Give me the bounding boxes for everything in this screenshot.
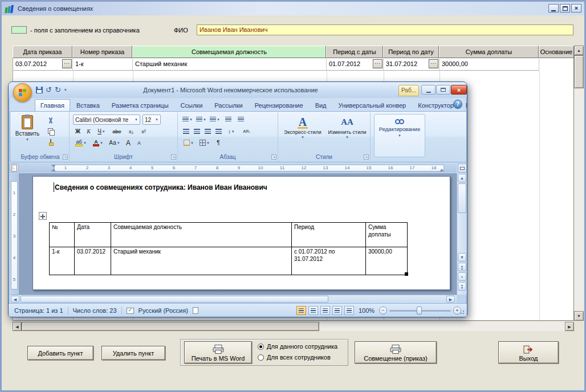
- document-table[interactable]: №ДатаСовмещаемая должностьПериодСумма до…: [49, 222, 408, 275]
- quick-styles-button[interactable]: А Экспресс-стили ▼: [282, 115, 324, 151]
- document-table-header-cell[interactable]: Сумма доплаты: [366, 223, 407, 247]
- ribbon-tab[interactable]: Ссылки: [175, 99, 209, 111]
- document-heading[interactable]: Сведения о совмещениях сотрудника: Ивано…: [55, 183, 267, 191]
- hanging-indent-marker[interactable]: [51, 169, 56, 172]
- cell-amount[interactable]: 30000,00: [440, 58, 539, 71]
- highlight-color-button[interactable]: аб ▼: [73, 138, 89, 148]
- dialog-launcher-icon[interactable]: ↘: [271, 154, 276, 160]
- radio-current-employee[interactable]: Для данного сотрудника: [258, 343, 337, 350]
- increase-indent-button[interactable]: [235, 115, 246, 124]
- word-count[interactable]: Число слов: 23: [73, 307, 117, 314]
- grow-font-button[interactable]: А: [123, 138, 133, 148]
- vertical-scroll-thumb[interactable]: [458, 183, 466, 213]
- order-print-button[interactable]: Совмещение (приказ): [355, 341, 437, 364]
- ribbon-tab[interactable]: Вставка: [71, 99, 105, 111]
- word-close-button[interactable]: ×: [451, 85, 467, 95]
- maximize-button[interactable]: [560, 4, 570, 13]
- table-move-handle[interactable]: [39, 212, 47, 220]
- multilevel-list-button[interactable]: ▼: [209, 115, 221, 124]
- ribbon-tab[interactable]: Вид: [310, 99, 332, 111]
- print-layout-view-button[interactable]: [296, 306, 306, 315]
- print-word-button[interactable]: Печать в MS Word: [184, 341, 252, 364]
- vertical-scroll-thumb[interactable]: [574, 55, 584, 88]
- help-button[interactable]: ?: [453, 100, 462, 109]
- format-painter-button[interactable]: [46, 137, 56, 147]
- align-center-button[interactable]: [192, 126, 202, 136]
- first-line-indent-marker[interactable]: [51, 165, 56, 168]
- cell-period-from[interactable]: 01.07.2012 ...: [327, 58, 384, 71]
- close-button[interactable]: ×: [571, 4, 581, 13]
- document-table-cell[interactable]: Старший механик: [111, 247, 292, 275]
- borders-button[interactable]: ▼: [197, 138, 212, 148]
- document-table-header-cell[interactable]: Дата: [75, 223, 111, 247]
- zoom-level[interactable]: 100%: [356, 307, 377, 314]
- delete-item-button[interactable]: Удалить пункт: [101, 346, 165, 360]
- copy-button[interactable]: [46, 126, 56, 136]
- scroll-down-button[interactable]: ▼: [574, 311, 584, 321]
- font-size-combo[interactable]: 12 ▼: [143, 115, 161, 125]
- bold-button[interactable]: Ж: [73, 126, 83, 136]
- outline-view-button[interactable]: [332, 306, 342, 315]
- redo-icon[interactable]: ↻: [55, 86, 61, 93]
- select-browse-object-button[interactable]: •: [458, 272, 466, 281]
- subscript-button[interactable]: х₂: [125, 126, 137, 136]
- cell-order-number[interactable]: 1-к: [73, 58, 133, 71]
- italic-button[interactable]: К: [84, 126, 93, 136]
- spellcheck-icon[interactable]: [127, 308, 134, 314]
- font-color-button[interactable]: А ▼: [90, 138, 106, 148]
- qat-customize-icon[interactable]: ▼: [64, 88, 67, 92]
- radio-all-employees[interactable]: Для всех сотрудников: [258, 354, 331, 361]
- document-table-header-cell[interactable]: №: [50, 223, 75, 247]
- cell-position[interactable]: Старший механик: [133, 58, 327, 71]
- add-item-button[interactable]: Добавить пункт: [27, 346, 93, 360]
- right-indent-marker[interactable]: [440, 169, 444, 172]
- document-table-cell[interactable]: с 01.07.2012 по 31.07.2012: [292, 247, 366, 275]
- font-name-combo[interactable]: Calibri (Основной те ▼: [73, 115, 140, 125]
- zoom-out-button[interactable]: −: [379, 307, 387, 315]
- page-indicator[interactable]: Страница: 1 из 1: [14, 307, 63, 314]
- align-right-button[interactable]: [203, 126, 213, 136]
- scroll-down-button[interactable]: ▼: [458, 253, 466, 262]
- horizontal-scroll-thumb[interactable]: [21, 296, 328, 303]
- scroll-up-button[interactable]: ▲: [574, 46, 584, 55]
- zoom-slider-thumb[interactable]: [417, 307, 422, 315]
- change-case-button[interactable]: Аа ▼: [107, 138, 122, 148]
- web-layout-view-button[interactable]: [320, 306, 330, 315]
- office-button[interactable]: [13, 83, 32, 102]
- window-resize-grip[interactable]: [458, 308, 465, 315]
- next-page-button[interactable]: ▼▼: [458, 282, 466, 291]
- strikethrough-button[interactable]: abe: [109, 126, 124, 136]
- ribbon-tab[interactable]: Конструктор: [412, 99, 459, 111]
- ruler-toggle-button[interactable]: [458, 164, 467, 173]
- order-date-picker-button[interactable]: ...: [62, 59, 72, 68]
- scroll-left-button[interactable]: ◀: [13, 322, 22, 331]
- table-resize-handle[interactable]: [405, 272, 408, 276]
- sort-button[interactable]: АЯ↓: [239, 126, 254, 136]
- document-table-header-cell[interactable]: Период: [292, 223, 366, 247]
- document-table-cell[interactable]: 03.07.2012: [75, 247, 111, 275]
- dialog-launcher-icon[interactable]: ↘: [171, 154, 176, 160]
- change-styles-button[interactable]: АА Изменить стили ▼: [326, 115, 368, 151]
- language-indicator[interactable]: Русский (Россия): [139, 307, 188, 314]
- underline-button[interactable]: Ч ▼: [95, 126, 108, 136]
- show-paragraph-marks-button[interactable]: ¶: [213, 138, 223, 148]
- undo-icon[interactable]: ↺: [46, 86, 52, 93]
- ribbon-tab[interactable]: Рецензирование: [249, 99, 309, 111]
- decrease-indent-button[interactable]: [222, 115, 234, 124]
- scroll-left-button[interactable]: ◀: [11, 296, 19, 303]
- align-left-button[interactable]: [181, 126, 191, 136]
- document-page[interactable]: Сведения о совмещениях сотрудника: Ивано…: [32, 176, 450, 290]
- dialog-launcher-icon[interactable]: ↘: [364, 154, 369, 160]
- minimize-button[interactable]: [548, 4, 559, 13]
- period-from-picker-button[interactable]: ...: [373, 59, 382, 68]
- editing-menu-button[interactable]: Редактирование ▼: [374, 114, 425, 157]
- period-to-picker-button[interactable]: ...: [429, 59, 438, 68]
- ribbon-tab[interactable]: Разметка страницы: [106, 99, 174, 111]
- bullets-button[interactable]: ▼: [181, 115, 194, 124]
- exit-button[interactable]: Выход: [498, 341, 559, 364]
- fio-input[interactable]: Иванов Иван Иванович: [197, 24, 573, 35]
- dialog-launcher-icon[interactable]: ↘: [63, 154, 68, 160]
- draft-view-button[interactable]: [344, 306, 354, 315]
- line-spacing-button[interactable]: ↕ ▼: [225, 126, 238, 136]
- ribbon-tab[interactable]: Рассылки: [209, 99, 248, 111]
